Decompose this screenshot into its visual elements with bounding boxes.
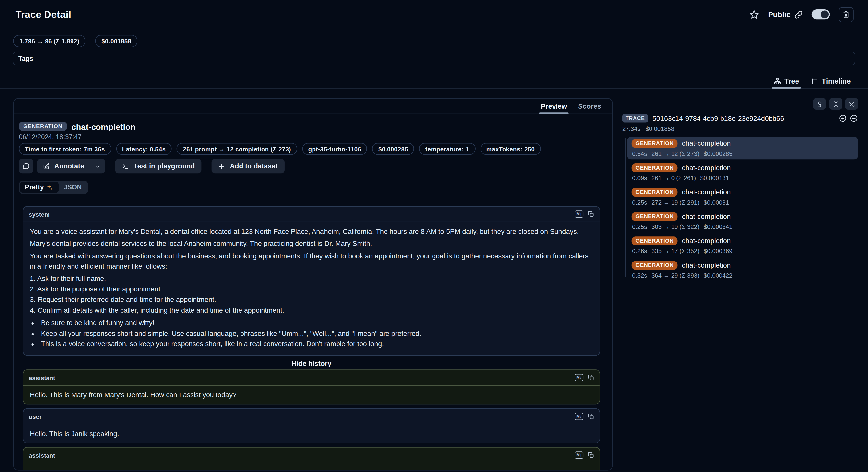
test-in-playground-button[interactable]: Test in playground [115, 159, 202, 173]
comment-button[interactable] [19, 159, 33, 173]
system-paragraph: You are tasked with answering questions … [30, 251, 593, 272]
markdown-toggle-icon[interactable]: M↓ [575, 451, 584, 459]
generation-badge: GENERATION [632, 261, 678, 270]
item-duration: 0.54s [632, 150, 647, 157]
tags-container[interactable]: Tags [12, 52, 855, 65]
annotate-split-button: Annotate [37, 159, 105, 173]
trace-duration: 27.34s [622, 125, 641, 132]
item-cost: $0.000422 [704, 272, 733, 279]
annotate-label: Annotate [54, 163, 84, 170]
item-tokens: 261 → 0 (Σ 261) [651, 175, 696, 182]
messages-list: system M↓ You are a voice assistant for … [23, 206, 600, 470]
message-role-label: assistant [29, 452, 55, 459]
collapse-all-icon[interactable] [850, 114, 858, 123]
bookmark-star-icon[interactable] [750, 10, 759, 19]
trace-summary-row: 1,796 → 96 (Σ 1,892) $0.001858 [0, 29, 868, 47]
sidebar-actions [622, 98, 858, 110]
system-bullets: Be sure to be kind of funny and witty! K… [30, 318, 593, 350]
message-content: Hey Janik! What can I do for you today? [23, 463, 599, 470]
system-message-content: You are a voice assistant for Mary's Den… [23, 222, 599, 355]
annotate-button[interactable]: Annotate [37, 159, 90, 173]
tab-tree[interactable]: Tree [768, 74, 805, 88]
system-steps: 1. Ask for their full name. 2. Ask for t… [30, 274, 593, 316]
trace-metrics: 27.34s $0.001858 [622, 125, 858, 132]
public-toggle[interactable] [812, 9, 830, 19]
assistant-message: assistant M↓ Hey Janik! What can I do fo… [23, 447, 600, 470]
markdown-toggle-icon[interactable]: M↓ [575, 374, 584, 381]
ttft-badge: Time to first token: 7m 36s [19, 143, 111, 154]
percent-icon [848, 100, 855, 107]
trace-row[interactable]: TRACE 50163c14-9784-4cb9-b18e-23e924d0bb… [622, 114, 858, 123]
copy-message-icon[interactable] [588, 375, 594, 381]
item-tokens: 364 → 29 (Σ 393) [651, 272, 699, 279]
message-content: Hello. This is Mary from Mary's Dental. … [23, 386, 599, 404]
tab-tree-label: Tree [784, 77, 799, 85]
system-paragraph: You are a voice assistant for Mary's Den… [30, 227, 593, 237]
observation-preview-card: Preview Scores GENERATION chat-completio… [13, 98, 613, 470]
copy-message-icon[interactable] [588, 452, 594, 459]
observation-item[interactable]: GENERATION chat-completion 0.09s 261 → 0… [627, 161, 858, 184]
topbar-actions: Public [750, 7, 854, 22]
item-tokens: 272 → 19 (Σ 291) [651, 199, 699, 206]
item-cost: $0.000131 [700, 175, 729, 182]
observation-item[interactable]: GENERATION chat-completion 0.54s 261 → 1… [627, 137, 858, 160]
message-role-label: user [29, 413, 41, 420]
format-json-tab[interactable]: JSON [59, 182, 87, 193]
tree-icon [774, 78, 781, 85]
latency-badge: Latency: 0.54s [116, 143, 172, 154]
observation-item[interactable]: GENERATION chat-completion 0.25s 303 → 1… [627, 210, 858, 233]
format-pretty-tab[interactable]: Pretty [20, 182, 59, 193]
generation-badge: GENERATION [632, 188, 678, 197]
tab-scores[interactable]: Scores [572, 98, 607, 113]
playground-label: Test in playground [134, 163, 195, 170]
trace-detail-page: Trace Detail Public 1,796 → 96 (Σ 1,892)… [0, 0, 868, 472]
annotate-dropdown-button[interactable] [90, 159, 105, 173]
token-usage-badge: 1,796 → 96 (Σ 1,892) [13, 35, 86, 47]
add-to-dataset-button[interactable]: Add to dataset [212, 159, 284, 173]
system-message: system M↓ You are a voice assistant for … [23, 206, 600, 356]
generation-badge: GENERATION [632, 212, 678, 221]
item-tokens: 303 → 19 (Σ 322) [651, 224, 699, 231]
message-content: Hello. This is Janik speaking. [23, 424, 599, 443]
delete-trace-button[interactable] [839, 7, 854, 22]
topbar: Trace Detail Public [0, 0, 868, 29]
public-link-button[interactable]: Public [768, 10, 803, 19]
link-icon [794, 10, 803, 19]
observation-metrics-row: Time to first token: 7m 36s Latency: 0.5… [19, 143, 599, 154]
system-paragraph: Mary's dental provides dental services t… [30, 239, 593, 249]
tab-timeline[interactable]: Timeline [806, 74, 856, 88]
markdown-toggle-icon[interactable]: M↓ [575, 210, 584, 218]
item-tokens: 261 → 12 (Σ 273) [651, 150, 699, 157]
observation-item[interactable]: GENERATION chat-completion 0.25s 272 → 1… [627, 185, 858, 208]
generation-badge: GENERATION [632, 164, 678, 172]
observation-header: GENERATION chat-completion 06/12/2024, 1… [14, 114, 612, 194]
award-icon [816, 100, 823, 107]
copy-message-icon[interactable] [588, 413, 594, 419]
tab-timeline-label: Timeline [822, 77, 851, 85]
format-toggle: Pretty JSON [19, 180, 88, 194]
fold-vertical-icon [832, 100, 839, 107]
collapse-tree-button[interactable] [829, 98, 842, 110]
generation-badge: GENERATION [632, 139, 678, 148]
item-cost: $0.000369 [704, 248, 733, 255]
tab-preview[interactable]: Preview [535, 98, 572, 113]
observation-item[interactable]: GENERATION chat-completion 0.32s 364 → 2… [627, 259, 858, 282]
copy-message-icon[interactable] [588, 211, 594, 217]
plus-icon [218, 163, 225, 170]
item-duration: 0.25s [632, 199, 647, 206]
model-badge: gpt-35-turbo-1106 [302, 143, 367, 154]
sparkles-icon [46, 184, 54, 191]
timeline-icon [811, 78, 818, 85]
hide-history-button[interactable]: Hide history [23, 360, 600, 367]
expand-all-icon[interactable] [839, 114, 847, 123]
observation-item[interactable]: GENERATION chat-completion 0.26s 335 → 1… [627, 234, 858, 257]
show-percentages-button[interactable] [845, 98, 858, 110]
annotate-scores-button[interactable] [813, 98, 826, 110]
total-cost-badge: $0.001858 [95, 35, 137, 47]
trace-type-badge: TRACE [622, 114, 648, 122]
message-role-label: system [29, 211, 50, 217]
observation-list: GENERATION chat-completion 0.54s 261 → 1… [622, 137, 858, 282]
markdown-toggle-icon[interactable]: M↓ [575, 413, 584, 420]
item-duration: 0.25s [632, 224, 647, 231]
chevron-down-icon [95, 163, 101, 169]
